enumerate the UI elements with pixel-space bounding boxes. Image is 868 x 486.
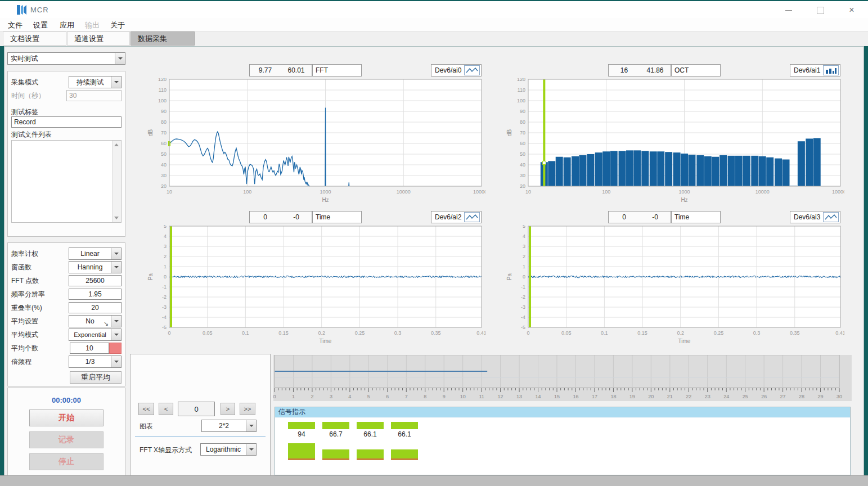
svg-text:15: 15: [554, 394, 560, 399]
chevron-down-icon: [111, 248, 121, 259]
svg-text:0: 0: [527, 330, 529, 336]
svg-text:10000: 10000: [397, 189, 411, 195]
run-control-group: 00:00:00 开始 记录 停止: [7, 388, 125, 482]
svg-text:dB: dB: [506, 129, 512, 137]
nav-prev-button[interactable]: <: [159, 403, 173, 415]
test-label-input[interactable]: Record: [11, 116, 122, 128]
time-ai3-channel-box[interactable]: Dev6/ai3: [790, 211, 840, 223]
freq-weighting-select[interactable]: Linear: [69, 248, 122, 260]
svg-text:19: 19: [629, 394, 635, 399]
nav-first-button[interactable]: <<: [138, 403, 154, 415]
fft-chart[interactable]: 2030405060708090100110120101001000100001…: [130, 78, 485, 205]
oct-chart[interactable]: 2030405060708090100110120101001000100001…: [489, 78, 844, 205]
svg-text:50: 50: [520, 151, 525, 157]
svg-text:2: 2: [523, 254, 525, 259]
svg-text:4: 4: [164, 233, 167, 239]
svg-text:10: 10: [167, 189, 172, 195]
signal-panel-title: 信号指示: [275, 407, 850, 417]
octave-select[interactable]: 1/3: [69, 356, 122, 368]
scroll-up-icon[interactable]: [114, 143, 119, 146]
nav-next-button[interactable]: >: [221, 403, 235, 415]
svg-text:60: 60: [161, 141, 167, 146]
chart-layout-label: 图表: [140, 422, 153, 431]
svg-text:Time: Time: [320, 338, 332, 344]
minimize-button[interactable]: [782, 4, 795, 16]
fft-settings-group: 频率计权 Linear 窗函数 Hanning FFT 点数 25600 频率分…: [7, 242, 125, 386]
svg-text:8: 8: [424, 394, 426, 399]
oct-cursor-readout: 16 41.86: [608, 64, 671, 76]
time-ai3-chart-type-box[interactable]: Time: [671, 211, 721, 223]
avg-mode-select[interactable]: Exponential: [69, 328, 122, 341]
svg-text:14: 14: [536, 394, 541, 399]
time-ai2-cursor-readout: 0 -0: [249, 211, 312, 223]
svg-text:0.05: 0.05: [203, 330, 213, 336]
fft-points-label: FFT 点数: [11, 276, 69, 286]
acq-mode-select[interactable]: 持续测试: [69, 76, 122, 88]
svg-text:100000: 100000: [832, 189, 844, 195]
svg-text:30: 30: [836, 394, 842, 399]
chart-layout-select[interactable]: 2*2: [201, 420, 257, 432]
chevron-down-icon: [111, 316, 121, 327]
svg-text:29: 29: [818, 394, 824, 399]
time-ai3-chart[interactable]: -5-4-3-2-101234500.050.10.150.20.250.30.…: [489, 225, 844, 346]
svg-text:3: 3: [164, 244, 167, 249]
avg-count-input[interactable]: 10: [70, 343, 109, 354]
nav-last-button[interactable]: >>: [240, 403, 255, 415]
svg-text:1000: 1000: [678, 189, 690, 195]
start-button[interactable]: 开始: [29, 410, 104, 426]
svg-text:110: 110: [159, 87, 167, 93]
maximize-button[interactable]: [814, 4, 826, 16]
signal-level-value: 66.1: [357, 430, 384, 438]
chevron-down-icon: [111, 262, 121, 273]
svg-text:0.3: 0.3: [753, 330, 761, 336]
record-button: 记录: [29, 431, 104, 448]
tab-document-settings[interactable]: 文档设置: [3, 32, 66, 46]
menu-about[interactable]: 关于: [110, 20, 125, 30]
svg-text:5: 5: [367, 394, 370, 399]
signal-meter-bar: [391, 449, 418, 460]
svg-text:10: 10: [525, 189, 531, 195]
chevron-down-icon: [111, 329, 121, 340]
fft-chart-type-box[interactable]: FFT: [312, 64, 362, 76]
close-button[interactable]: ×: [845, 4, 858, 16]
svg-text:0.41: 0.41: [476, 330, 485, 336]
svg-text:25: 25: [743, 394, 748, 399]
window-fn-select[interactable]: Hanning: [69, 261, 122, 273]
avg-setting-select[interactable]: No ↘: [69, 315, 122, 327]
svg-text:22: 22: [686, 394, 691, 399]
svg-text:90: 90: [520, 109, 525, 114]
fft-channel-box[interactable]: Dev6/ai0: [431, 64, 482, 76]
menu-settings[interactable]: 设置: [33, 20, 48, 30]
time-ai2-chart[interactable]: -5-4-3-2-101234500.050.10.150.20.250.30.…: [130, 225, 485, 346]
overlap-input[interactable]: 20: [69, 302, 122, 313]
time-ai2-channel-box[interactable]: Dev6/ai2: [431, 211, 482, 223]
scroll-down-icon[interactable]: [114, 217, 119, 219]
file-list-scrollbar[interactable]: [112, 141, 121, 222]
menu-app[interactable]: 应用: [60, 20, 74, 30]
tab-data-acquisition[interactable]: 数据采集: [131, 32, 195, 46]
time-chart-cell-ai3: 0 -0 Time Dev6/ai3 -5-4-3-2-101234500.05…: [489, 206, 844, 348]
test-mode-select[interactable]: 实时测试: [7, 52, 125, 65]
menu-file[interactable]: 文件: [8, 20, 23, 30]
svg-text:70: 70: [520, 130, 525, 136]
tab-channel-settings[interactable]: 通道设置: [67, 32, 130, 46]
nav-index-value[interactable]: 0: [178, 402, 215, 416]
stop-button: 停止: [29, 453, 104, 470]
acq-mode-label: 采集模式: [11, 78, 69, 87]
record-timeline[interactable]: 0123456789101112131415161718192021222324…: [273, 355, 852, 401]
line-chart-icon: [823, 212, 839, 222]
freq-resolution-input[interactable]: 1.95: [69, 289, 122, 300]
oct-chart-type-box[interactable]: OCT: [671, 64, 721, 76]
signal-meter-bar: [322, 449, 349, 460]
svg-text:-1: -1: [162, 284, 167, 290]
fft-points-input[interactable]: 25600: [69, 275, 122, 286]
oct-channel-box[interactable]: Dev6/ai1: [790, 64, 840, 76]
svg-text:20: 20: [520, 183, 525, 189]
svg-text:40: 40: [161, 162, 167, 168]
restart-average-button[interactable]: 重启平均: [70, 371, 122, 384]
time-ai2-chart-type-box[interactable]: Time: [312, 211, 362, 223]
overlap-label: 重叠率(%): [11, 303, 69, 313]
fft-xaxis-mode-select[interactable]: Logarithmic: [200, 443, 257, 456]
svg-text:1: 1: [523, 264, 525, 269]
test-file-list[interactable]: [11, 140, 122, 223]
